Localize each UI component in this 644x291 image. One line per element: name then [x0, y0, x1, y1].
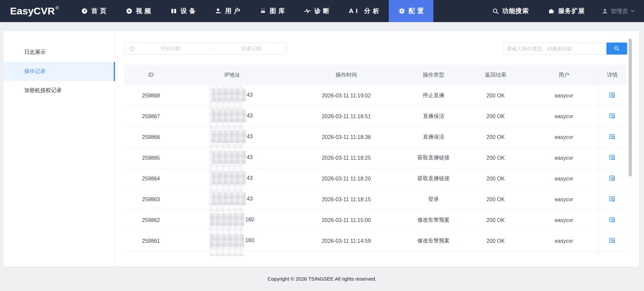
- table-row: 259868 43 2026-03-11 11:19:02 停止直播 200 O…: [124, 85, 626, 106]
- cell-user: easycvr: [530, 210, 598, 231]
- detail-view-button[interactable]: [609, 113, 615, 119]
- cell-id: 259866: [124, 127, 178, 148]
- cell-operation-type: 登录: [406, 189, 461, 210]
- cell-user: easycvr: [530, 231, 598, 251]
- cell-operation-time: 2026-03-11 11:14:59: [287, 231, 406, 251]
- operation-records-table: ID IP地址 操作时间 操作类型 返回结果 用户 详情 259868 43 2…: [124, 65, 626, 256]
- nav-item-diagnosis[interactable]: 诊断: [294, 0, 339, 22]
- table-header-row: ID IP地址 操作时间 操作类型 返回结果 用户 详情: [124, 65, 626, 85]
- cell-operation-type: 获取直播链接: [406, 168, 461, 189]
- avatar-icon: [602, 8, 608, 14]
- nav-item-video[interactable]: 视频: [116, 0, 161, 22]
- date-range-separator: -: [206, 46, 216, 52]
- cell-detail: [598, 127, 626, 148]
- nav-item-home[interactable]: 首页: [71, 0, 116, 22]
- table-row: 259862 160 2026-03-11 11:15:00 修改告警预案 20…: [124, 210, 626, 231]
- cell-id: 259865: [124, 148, 178, 168]
- cell-operation-type: 直播保活: [406, 106, 461, 127]
- operation-records-table-wrapper: ID IP地址 操作时间 操作类型 返回结果 用户 详情 259868 43 2…: [124, 65, 626, 256]
- cell-id: 259862: [124, 210, 178, 231]
- ip-suffix: 43: [247, 134, 253, 140]
- nav-item-feature-search[interactable]: 功能搜索: [483, 0, 538, 22]
- cell-operation-type: 停止直播: [406, 85, 461, 106]
- nav-item-service-extension[interactable]: 服务扩展: [538, 0, 594, 22]
- ip-suffix: 43: [247, 154, 253, 160]
- cell-user: easycvr: [530, 127, 598, 148]
- col-header-user: 用户: [530, 65, 598, 85]
- sidebar-item-log-display[interactable]: 日志展示: [3, 43, 115, 62]
- col-header-ip: IP地址: [178, 65, 287, 85]
- content-area: 开始日期 - 结束日期: [115, 31, 639, 267]
- user-menu[interactable]: 管理员: [594, 0, 644, 22]
- table-row: 259864 43 2026-03-11 11:18:20 获取直播链接 200…: [124, 168, 626, 189]
- cell-operation-time: 2026-03-11 11:18:36: [287, 127, 406, 148]
- table-row: 259863 43 2026-03-11 11:18:15 登录 200 OK …: [124, 189, 626, 210]
- cell-id: 259864: [124, 168, 178, 189]
- nav-item-ai-analysis[interactable]: AI 分析: [339, 0, 389, 22]
- cell-operation-time: 2026-03-11 11:15:00: [287, 210, 406, 231]
- magnifier-icon: [614, 46, 620, 52]
- detail-view-button[interactable]: [609, 237, 615, 244]
- col-header-result: 返回结果: [461, 65, 530, 85]
- nav-item-gallery[interactable]: 图库: [250, 0, 294, 22]
- diagnosis-icon: [304, 8, 311, 14]
- sidebar-item-encryption-auth-records[interactable]: 加密机授权记录: [3, 81, 115, 100]
- cell-result: 200 OK: [461, 210, 530, 231]
- gear-icon: [398, 8, 405, 14]
- ip-suffix: 160: [245, 237, 254, 243]
- cell-detail: [598, 85, 626, 106]
- cell-result: 200 OK: [461, 106, 530, 127]
- log-detail-icon: [609, 216, 615, 223]
- ip-redacted-block: [212, 151, 246, 164]
- start-date-input[interactable]: 开始日期: [135, 46, 206, 52]
- nav-item-user[interactable]: 用户: [205, 0, 250, 22]
- cell-result: 200 OK: [461, 168, 530, 189]
- cell-user: easycvr: [530, 251, 598, 257]
- vertical-scrollbar-thumb[interactable]: [629, 39, 632, 176]
- cell-result: 200 OK: [461, 189, 530, 210]
- table-row: 259867 43 2026-03-11 11:18:51 直播保活 200 O…: [124, 106, 626, 127]
- ip-suffix: 43: [247, 196, 253, 202]
- cell-operation-type: 修改告警预案: [406, 231, 461, 251]
- search-group: [502, 43, 627, 55]
- table-row: 259861 160 2026-03-11 11:14:59 修改告警预案 20…: [124, 231, 626, 251]
- sidebar-item-operation-records[interactable]: 操作记录: [3, 62, 115, 81]
- detail-view-button[interactable]: [609, 154, 615, 161]
- log-detail-icon: [609, 92, 615, 98]
- cell-detail: [598, 251, 626, 257]
- detail-view-button[interactable]: [609, 92, 615, 98]
- chevron-down-icon: [631, 10, 635, 12]
- log-detail-icon: [609, 196, 615, 202]
- puzzle-icon: [548, 8, 555, 14]
- search-button[interactable]: [606, 43, 627, 55]
- ip-redacted-block: [212, 130, 246, 143]
- app-logo[interactable]: EasyCVR®: [0, 0, 71, 22]
- cell-result: 200 OK: [461, 85, 530, 106]
- page-footer: Copyright © 2026 TSINGSEE All rights res…: [0, 267, 644, 291]
- top-navbar: EasyCVR® 首页 视频 设备 用户: [0, 0, 644, 22]
- detail-view-button[interactable]: [609, 175, 615, 181]
- table-row: 259865 43 2026-03-11 11:18:25 获取直播链接 200…: [124, 148, 626, 168]
- cell-id: 259867: [124, 106, 178, 127]
- col-header-id: ID: [124, 65, 178, 85]
- search-input[interactable]: [502, 43, 606, 55]
- cell-id: 259868: [124, 85, 178, 106]
- detail-view-button[interactable]: [609, 216, 615, 223]
- detail-view-button[interactable]: [609, 196, 615, 202]
- ip-redacted-block: [212, 172, 246, 185]
- nav-right-menu: 功能搜索 服务扩展 管理员: [483, 0, 644, 22]
- table-row: 259860 160 2026-03-11 11:14:57 修改告警预案 20…: [124, 251, 626, 257]
- date-range-picker[interactable]: 开始日期 - 结束日期: [124, 43, 287, 55]
- sidebar: 日志展示 操作记录 加密机授权记录: [3, 31, 115, 267]
- toolbar: 开始日期 - 结束日期: [124, 43, 639, 55]
- nav-item-device[interactable]: 设备: [161, 0, 205, 22]
- end-date-input[interactable]: 结束日期: [216, 46, 286, 52]
- ip-redacted-block: [210, 213, 245, 226]
- nav-item-config[interactable]: 配置: [389, 0, 433, 22]
- detail-view-button[interactable]: [609, 133, 615, 140]
- log-detail-icon: [609, 237, 615, 244]
- main-panel: 日志展示 操作记录 加密机授权记录 开始日期 - 结束日期: [3, 31, 639, 267]
- cell-user: easycvr: [530, 168, 598, 189]
- col-header-type: 操作类型: [406, 65, 461, 85]
- cell-operation-time: 2026-03-11 11:18:20: [287, 168, 406, 189]
